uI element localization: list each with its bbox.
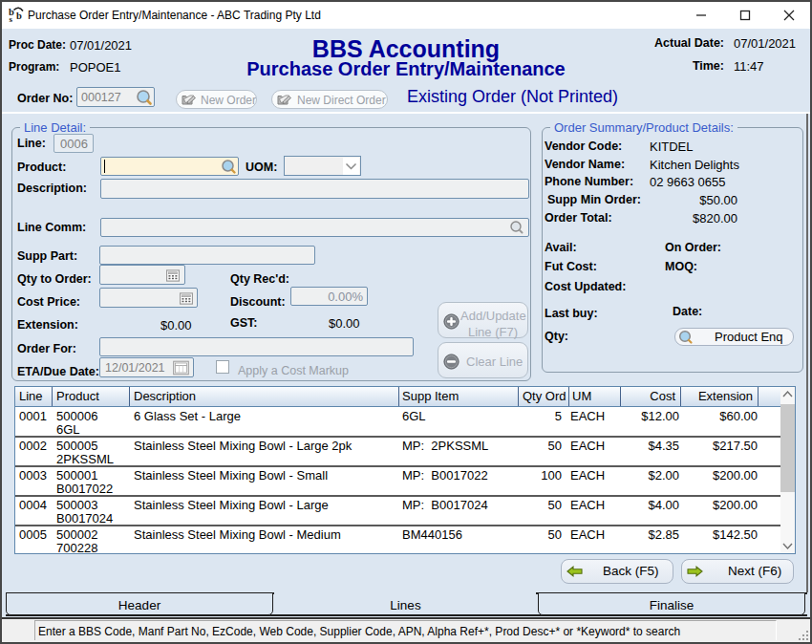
svg-text:b: b [16,11,22,21]
svg-text:s: s [10,14,13,23]
